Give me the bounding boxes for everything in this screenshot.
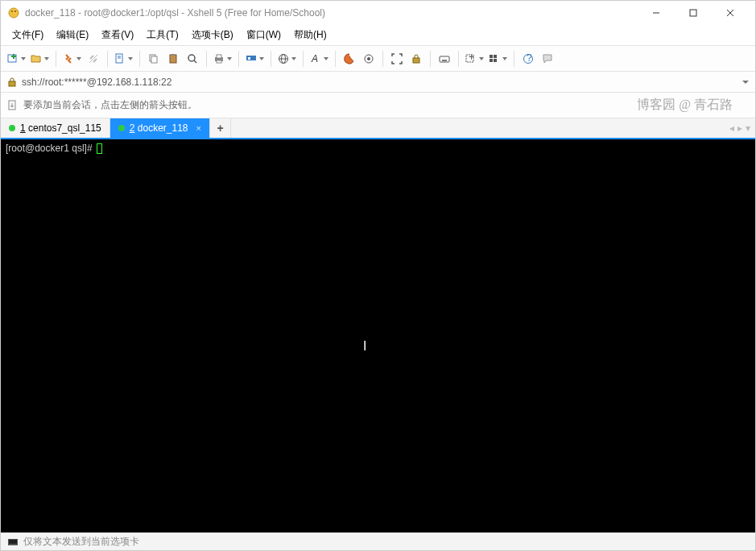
menu-edit[interactable]: 编辑(E) <box>50 26 95 44</box>
separator <box>139 51 140 67</box>
address-text[interactable]: ssh://root:******@192.168.1.118:22 <box>22 77 737 88</box>
separator <box>514 51 514 67</box>
app-icon <box>7 6 20 19</box>
lock-button[interactable] <box>407 50 425 68</box>
menu-view[interactable]: 查看(V) <box>95 26 140 44</box>
disconnect-button[interactable] <box>85 50 102 68</box>
separator <box>303 51 304 67</box>
status-text: 仅将文本发送到当前选项卡 <box>23 535 139 549</box>
svg-point-0 <box>9 8 19 18</box>
separator <box>458 51 459 67</box>
toolbar: A + ? <box>1 46 755 72</box>
separator <box>335 51 336 67</box>
menu-help[interactable]: 帮助(H) <box>287 26 333 44</box>
find-button[interactable] <box>184 50 201 68</box>
hint-arrow-icon[interactable] <box>7 100 19 111</box>
tab-docker[interactable]: 2 docker_118 × <box>110 118 210 138</box>
maximize-button[interactable] <box>675 1 712 25</box>
print-button[interactable] <box>212 50 233 68</box>
reconnect-button[interactable] <box>61 50 83 68</box>
svg-rect-49 <box>9 540 17 544</box>
xftp-button[interactable] <box>244 50 266 68</box>
menu-tabs[interactable]: 选项卡(B) <box>185 26 240 44</box>
paste-button[interactable] <box>164 50 182 68</box>
separator <box>430 51 431 67</box>
svg-rect-4 <box>690 10 696 16</box>
menu-file[interactable]: 文件(F) <box>6 26 50 44</box>
terminal-prompt: [root@docker1 qsl]# <box>6 143 750 154</box>
svg-rect-22 <box>217 60 221 63</box>
svg-rect-23 <box>246 56 256 60</box>
color-scheme-button[interactable] <box>341 50 358 68</box>
address-bar: ssh://root:******@192.168.1.118:22 <box>1 72 755 93</box>
window-controls <box>638 1 749 25</box>
svg-rect-31 <box>413 58 419 63</box>
terminal-cursor <box>97 143 102 154</box>
new-tab-button[interactable]: + <box>210 118 231 138</box>
layout-grid-button[interactable] <box>487 50 509 68</box>
send-mode-icon[interactable] <box>7 536 19 548</box>
svg-rect-16 <box>170 55 176 63</box>
watermark-text: 博客园 @ 青石路 <box>637 97 749 114</box>
open-button[interactable] <box>29 50 51 68</box>
svg-line-19 <box>194 60 196 63</box>
address-dropdown-icon[interactable] <box>742 79 749 85</box>
menu-window[interactable]: 窗口(W) <box>240 26 287 44</box>
chat-button[interactable] <box>539 50 556 68</box>
svg-rect-41 <box>494 55 497 58</box>
tab-close-icon[interactable]: × <box>196 123 201 133</box>
menu-bar: 文件(F) 编辑(E) 查看(V) 工具(T) 选项卡(B) 窗口(W) 帮助(… <box>1 25 755 46</box>
highlight-button[interactable] <box>360 50 378 68</box>
properties-button[interactable] <box>113 50 134 68</box>
status-bar: 仅将文本发送到当前选项卡 <box>1 532 755 550</box>
terminal-pane[interactable]: [root@docker1 qsl]# I <box>1 139 755 532</box>
text-cursor-icon: I <box>363 339 366 354</box>
svg-text:A: A <box>311 53 318 64</box>
svg-rect-21 <box>217 55 221 58</box>
hint-text: 要添加当前会话，点击左侧的箭头按钮。 <box>23 98 197 112</box>
tab-scroll-right-icon[interactable]: ▸ <box>737 122 742 134</box>
svg-rect-40 <box>490 55 493 58</box>
title-bar: docker_118 - root@docker1:/opt/qsl - Xsh… <box>1 1 755 25</box>
svg-rect-15 <box>151 56 157 63</box>
font-button[interactable]: A <box>308 50 330 68</box>
svg-point-1 <box>11 10 13 12</box>
menu-tools[interactable]: 工具(T) <box>140 26 184 44</box>
fullscreen-button[interactable] <box>388 50 406 68</box>
svg-text:?: ? <box>527 53 532 64</box>
separator <box>56 51 56 67</box>
status-dot-icon <box>9 125 15 131</box>
lock-icon <box>7 77 17 87</box>
session-tabs: 1 centos7_qsl_115 2 docker_118 × + ◂ ▸ ▾ <box>1 118 755 139</box>
separator <box>382 51 383 67</box>
encoding-button[interactable] <box>276 50 298 68</box>
tab-scroll-controls: ◂ ▸ ▾ <box>725 118 755 138</box>
minimize-button[interactable] <box>638 1 675 25</box>
help-button[interactable]: ? <box>519 50 537 68</box>
close-button[interactable] <box>712 1 749 25</box>
separator <box>107 51 108 67</box>
separator <box>206 51 207 67</box>
session-hint-bar: 要添加当前会话，点击左侧的箭头按钮。 博客园 @ 青石路 <box>1 93 755 118</box>
copy-button[interactable] <box>145 50 163 68</box>
tab-label: 1 centos7_qsl_115 <box>20 122 101 134</box>
layout-add-button[interactable]: + <box>464 50 485 68</box>
tab-centos7[interactable]: 1 centos7_qsl_115 <box>1 118 110 138</box>
svg-point-2 <box>14 10 16 12</box>
svg-point-30 <box>367 57 370 60</box>
svg-rect-32 <box>440 56 449 62</box>
svg-rect-17 <box>171 54 175 56</box>
separator <box>238 51 239 67</box>
svg-rect-46 <box>9 81 15 86</box>
svg-point-18 <box>188 55 195 61</box>
svg-rect-42 <box>490 59 493 62</box>
keyboard-button[interactable] <box>436 50 453 68</box>
tab-scroll-left-icon[interactable]: ◂ <box>729 122 734 134</box>
svg-text:+: + <box>469 53 474 63</box>
window-title: docker_118 - root@docker1:/opt/qsl - Xsh… <box>25 7 638 19</box>
svg-rect-24 <box>248 57 250 60</box>
new-session-button[interactable] <box>6 50 27 68</box>
svg-rect-43 <box>494 59 497 62</box>
tab-list-dropdown-icon[interactable]: ▾ <box>746 122 750 134</box>
status-dot-icon <box>118 125 125 131</box>
